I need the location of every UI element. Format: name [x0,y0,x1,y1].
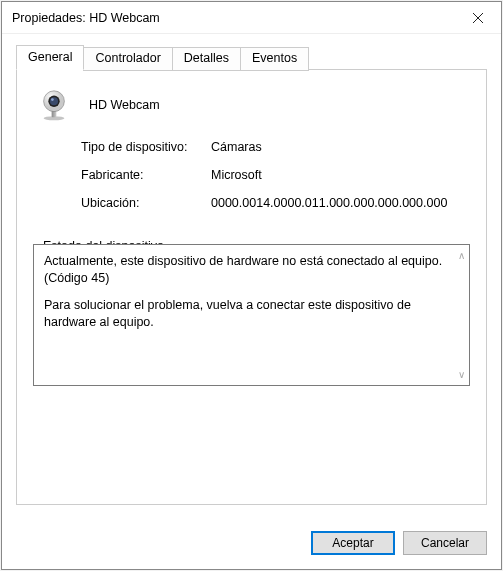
status-line-1: Actualmente, este dispositivo de hardwar… [44,253,459,287]
value-device-type: Cámaras [211,140,470,154]
cancel-button[interactable]: Cancelar [403,531,487,555]
tabstrip: General Controlador Detalles Eventos [16,44,487,69]
ok-button[interactable]: Aceptar [311,531,395,555]
svg-point-6 [50,97,58,105]
label-device-type: Tipo de dispositivo: [81,140,211,154]
tab-controller[interactable]: Controlador [83,47,172,71]
row-device-type: Tipo de dispositivo: Cámaras [81,140,470,154]
device-header: HD Webcam [37,88,470,122]
label-location: Ubicación: [81,196,211,210]
titlebar: Propiedades: HD Webcam [2,2,501,34]
scroll-up-icon: ∧ [458,249,465,263]
properties-table: Tipo de dispositivo: Cámaras Fabricante:… [81,140,470,210]
svg-point-7 [51,98,54,101]
close-icon [472,12,484,24]
window-title: Propiedades: HD Webcam [12,11,160,25]
label-manufacturer: Fabricante: [81,168,211,182]
value-location: 0000.0014.0000.011.000.000.000.000.000 [211,196,470,210]
tab-events[interactable]: Eventos [240,47,309,71]
status-line-2: Para solucionar el problema, vuelva a co… [44,297,459,331]
row-manufacturer: Fabricante: Microsoft [81,168,470,182]
device-status-text: Actualmente, este dispositivo de hardwar… [44,253,459,331]
button-bar: Aceptar Cancelar [2,519,501,569]
device-name: HD Webcam [89,98,160,112]
device-status-textbox[interactable]: ∧ Actualmente, este dispositivo de hardw… [33,244,470,386]
webcam-icon [37,88,71,122]
client-area: General Controlador Detalles Eventos [2,34,501,519]
scroll-down-icon: ∨ [458,368,465,382]
close-button[interactable] [455,3,501,33]
value-manufacturer: Microsoft [211,168,470,182]
tab-details[interactable]: Detalles [172,47,241,71]
dialog-window: Propiedades: HD Webcam General Controlad… [1,1,502,570]
device-status-group: Estado del dispositivo ∧ Actualmente, es… [33,230,470,386]
tab-general[interactable]: General [16,45,84,70]
tab-panel-general: HD Webcam Tipo de dispositivo: Cámaras F… [16,69,487,505]
row-location: Ubicación: 0000.0014.0000.011.000.000.00… [81,196,470,210]
